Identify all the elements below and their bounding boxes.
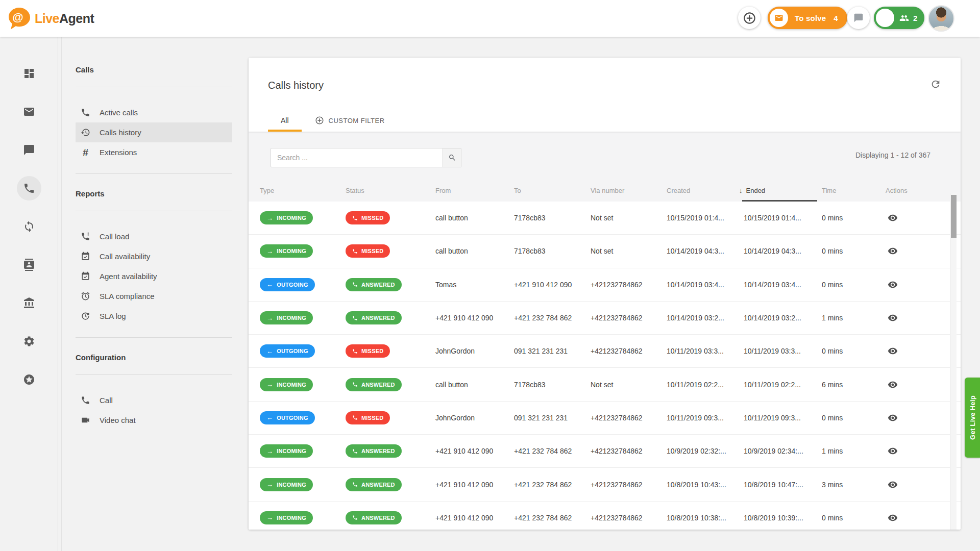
table-row[interactable]: ←OUTGOINGMISSEDJohnGordon091 321 231 231… [249,402,961,435]
view-call-button[interactable] [886,411,900,425]
view-call-button[interactable] [886,478,900,492]
rail-item-bank[interactable] [17,291,41,315]
cell-status: MISSED [346,411,390,424]
table-row[interactable]: ←OUTGOINGMISSEDJohnGordon091 321 231 231… [249,335,961,368]
status-badge-label: MISSED [361,415,383,421]
view-call-button[interactable] [886,444,900,458]
active-tab-underline [268,130,302,132]
view-call-button[interactable] [886,378,900,392]
cell-ended: 10/11/2019 02:2... [744,381,801,389]
cell-type: →INCOMING [260,378,313,391]
arrow-right-icon: → [266,215,273,221]
table-row[interactable]: →INCOMINGANSWERED+421 910 412 090+421 23… [249,468,961,501]
rail-item-mail[interactable] [17,99,41,124]
column-header-actions[interactable]: Actions [886,187,908,194]
phone-icon [352,248,358,254]
rail-item-dashboard[interactable] [17,61,41,86]
sidebar-item-sla-log[interactable]: SLA log [76,306,232,326]
table-row[interactable]: →INCOMINGMISSEDcall button7178cb83Not se… [249,202,961,235]
user-avatar[interactable] [928,5,954,32]
get-live-help-tab[interactable]: Get Live Help [965,378,980,458]
column-header-from[interactable]: From [435,187,451,194]
table-row[interactable]: →INCOMINGANSWERED+421 910 412 090+421 23… [249,302,961,335]
cell-ended: 10/11/2019 03:3... [744,347,801,355]
view-call-button[interactable] [886,344,900,358]
view-call-button[interactable] [886,211,900,225]
table-row[interactable]: ←OUTGOINGANSWEREDTomas+421 910 412 090+4… [249,268,961,302]
hash-icon: # [81,147,90,158]
eye-icon [888,480,898,490]
logo-bubble-icon: @ [7,6,32,31]
sidebar-item-calls-history[interactable]: Calls history [76,122,232,142]
column-header-time[interactable]: Time [822,187,836,194]
column-header-type[interactable]: Type [260,187,274,194]
view-call-button[interactable] [886,278,900,292]
column-header-via[interactable]: Via number [591,187,624,194]
view-call-button[interactable] [886,311,900,325]
active-calls-button[interactable]: 2 [874,7,924,29]
cell-created: 10/11/2019 03:3... [667,347,724,355]
cell-to: 091 321 231 231 [514,414,568,422]
rail-item-settings[interactable] [17,329,41,354]
nav-section-title-configuration: Configuration [76,352,232,363]
cell-from: call button [435,381,468,389]
refresh-button[interactable] [924,73,947,95]
liveagent-logo[interactable]: @ LiveAgent [7,6,94,31]
cell-created: 10/11/2019 09:3... [667,414,724,422]
arrow-right-icon: → [266,481,273,488]
cell-type: →INCOMING [260,311,313,324]
search-box [271,148,461,167]
add-button[interactable] [738,7,761,29]
sidebar-item-extensions[interactable]: #Extensions [76,142,232,162]
tab-custom-filter-label: CUSTOM FILTER [329,117,385,124]
status-badge-label: MISSED [361,248,383,254]
column-header-created[interactable]: Created [667,187,690,194]
table-row[interactable]: →INCOMINGANSWEREDcall button7178cb83Not … [249,368,961,401]
table-scrollbar[interactable] [950,193,957,530]
cell-status: ANSWERED [346,478,402,491]
phone-icon [352,315,358,321]
type-badge-incoming: →INCOMING [260,211,313,224]
search-button[interactable] [443,148,461,167]
to-solve-button[interactable]: To solve 4 [768,7,847,29]
cell-to: 7178cb83 [514,214,546,222]
tab-all[interactable]: All [268,109,302,132]
sidebar-item-call[interactable]: Call [76,390,232,410]
rail-item-star[interactable] [17,367,41,392]
cell-type: →INCOMING [260,211,313,224]
sidebar-item-active-calls[interactable]: Active calls [76,103,232,122]
cell-from: call button [435,214,468,222]
column-header-ended[interactable]: ↓Ended [739,187,765,194]
cell-from: JohnGordon [435,414,475,422]
rail-item-phone[interactable] [17,176,41,201]
sidebar-item-call-load[interactable]: Call load [76,227,232,246]
cell-created: 10/8/2019 10:43:... [667,481,726,489]
rail-item-chat[interactable] [17,138,41,162]
sidebar-item-call-availability[interactable]: Call availability [76,246,232,266]
cell-type: ←OUTGOING [260,411,315,424]
view-call-button[interactable] [886,244,900,258]
search-input[interactable] [271,148,443,167]
column-header-status[interactable]: Status [346,187,364,194]
table-row[interactable]: →INCOMINGANSWERED+421 910 412 090+421 23… [249,435,961,468]
chats-button[interactable] [847,7,870,29]
view-call-button[interactable] [886,511,900,525]
table-scrollbar-thumb[interactable] [951,195,957,238]
rail-item-sync[interactable] [17,214,41,239]
cell-from: call button [435,247,468,255]
table-row[interactable]: →INCOMINGANSWERED+421 910 412 090+421 23… [249,502,961,530]
sidebar-item-sla-compliance[interactable]: SLA compliance [76,286,232,306]
type-badge-label: INCOMING [277,515,306,521]
status-badge-label: ANSWERED [361,448,395,454]
column-header-to[interactable]: To [514,187,521,194]
table-row[interactable]: →INCOMINGMISSEDcall button7178cb83Not se… [249,235,961,268]
sidebar-item-agent-availability[interactable]: Agent availability [76,266,232,286]
nav-divider [76,211,232,211]
tab-custom-filter[interactable]: CUSTOM FILTER [315,109,385,132]
alarm-icon [81,291,90,301]
rail-item-contacts[interactable] [17,253,41,277]
type-badge-label: INCOMING [277,448,306,454]
sidebar-item-video-chat[interactable]: Video chat [76,410,232,430]
search-icon [448,154,456,162]
status-badge-answered: ANSWERED [346,511,402,524]
